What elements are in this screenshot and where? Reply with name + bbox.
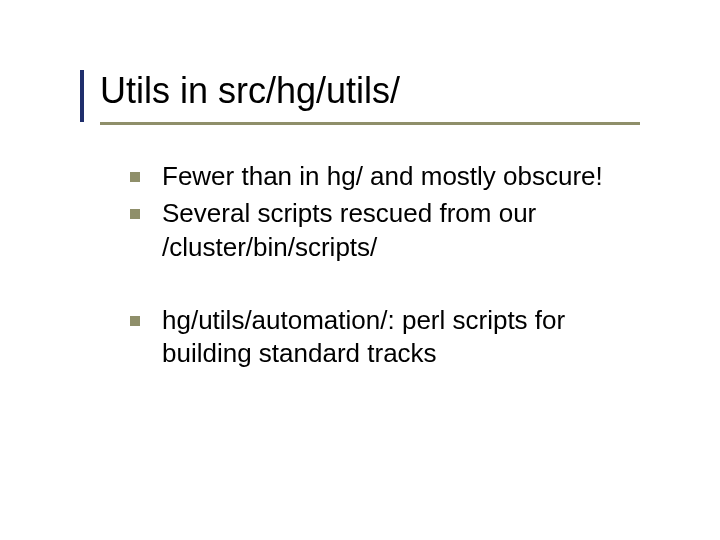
- bullet-text: Fewer than in hg/ and mostly obscure!: [162, 160, 660, 193]
- list-item: hg/utils/automation/: perl scripts for b…: [130, 304, 660, 371]
- bullet-group-1: Fewer than in hg/ and mostly obscure! Se…: [130, 160, 660, 264]
- bullet-group-2: hg/utils/automation/: perl scripts for b…: [130, 304, 660, 371]
- title-accent-bar: [80, 70, 84, 122]
- slide-title: Utils in src/hg/utils/: [100, 70, 660, 111]
- list-item: Fewer than in hg/ and mostly obscure!: [130, 160, 660, 193]
- slide-body: Fewer than in hg/ and mostly obscure! Se…: [130, 160, 660, 374]
- square-bullet-icon: [130, 172, 140, 182]
- title-underline: [100, 122, 640, 125]
- square-bullet-icon: [130, 209, 140, 219]
- bullet-text: Several scripts rescued from our /cluste…: [162, 197, 660, 264]
- list-item: Several scripts rescued from our /cluste…: [130, 197, 660, 264]
- square-bullet-icon: [130, 316, 140, 326]
- bullet-text: hg/utils/automation/: perl scripts for b…: [162, 304, 660, 371]
- title-area: Utils in src/hg/utils/: [100, 70, 660, 111]
- slide: Utils in src/hg/utils/ Fewer than in hg/…: [0, 0, 720, 540]
